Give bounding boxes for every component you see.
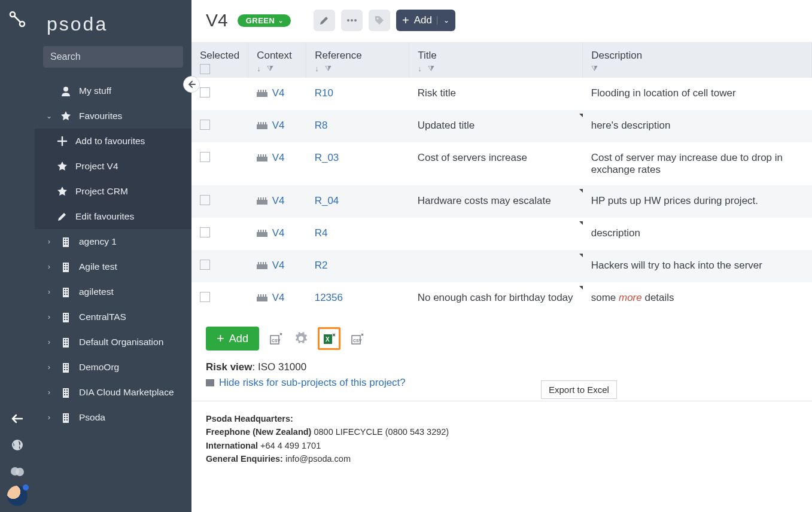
reference-link[interactable]: R_04 <box>315 195 339 206</box>
svg-point-1 <box>20 22 25 26</box>
settings-icon[interactable] <box>293 330 309 347</box>
row-checkbox[interactable] <box>200 87 210 97</box>
svg-rect-23 <box>66 289 68 290</box>
svg-rect-53 <box>66 392 68 393</box>
svg-rect-75 <box>263 122 264 124</box>
nav-org-item[interactable]: ›agiletest <box>35 279 191 304</box>
col-context[interactable]: Context ↓⧩ <box>248 42 306 78</box>
nav-add-favourite[interactable]: Add to favourites <box>35 129 191 154</box>
user-avatar[interactable] <box>7 486 28 506</box>
context-link[interactable]: V4 <box>272 292 285 304</box>
title-cell: Risk title <box>409 78 583 110</box>
nav-org-item[interactable]: ›DIA Cloud Marketplace <box>35 380 191 405</box>
svg-rect-33 <box>64 319 65 320</box>
nav-org-item[interactable]: ›DemoOrg <box>35 355 191 380</box>
title-cell: Cost of servers increase <box>409 142 583 185</box>
row-checkbox[interactable] <box>200 260 210 270</box>
context-link[interactable]: V4 <box>272 152 285 164</box>
import-csv-icon[interactable]: CSV <box>349 330 366 347</box>
nav-my-stuff[interactable]: My stuff <box>35 78 191 103</box>
col-title[interactable]: Title ↓⧩ <box>409 42 583 78</box>
row-checkbox[interactable] <box>200 292 210 302</box>
nav-org-item[interactable]: ›CentralTAS <box>35 304 191 330</box>
collapse-sidebar-button[interactable] <box>183 76 200 93</box>
nav-org-item[interactable]: ›Agile test <box>35 254 191 279</box>
export-excel-icon[interactable]: X <box>318 327 340 350</box>
export-csv-icon[interactable]: CSV <box>267 330 284 347</box>
nav-org-item[interactable]: ›Default Organisation <box>35 330 191 355</box>
svg-rect-78 <box>258 154 259 157</box>
svg-rect-45 <box>64 367 65 368</box>
context-link[interactable]: V4 <box>272 260 285 272</box>
nav-project-v4[interactable]: Project V4 <box>35 154 191 179</box>
filter-icon[interactable]: ⧩ <box>591 64 598 74</box>
row-checkbox[interactable] <box>200 227 210 237</box>
nav-org-item[interactable]: ›agency 1 <box>35 229 191 254</box>
chevron-down-icon: ⌄ <box>278 17 284 24</box>
building-icon <box>60 387 72 398</box>
context-link[interactable]: V4 <box>272 87 285 99</box>
svg-rect-84 <box>260 197 261 200</box>
svg-rect-16 <box>66 264 68 265</box>
add-button[interactable]: + Add ⌄ <box>396 10 455 31</box>
building-icon <box>60 337 72 348</box>
nav-label: Project V4 <box>75 161 118 172</box>
filter-icon[interactable]: ⧩ <box>428 64 434 74</box>
person-icon <box>60 86 72 96</box>
page-title: V4 <box>206 10 228 31</box>
table-row: V4R2Hackers will try to hack into the se… <box>191 250 812 282</box>
reference-link[interactable]: R8 <box>315 120 328 131</box>
globe-icon[interactable] <box>5 433 29 457</box>
project-icon <box>257 294 267 301</box>
svg-point-65 <box>354 19 357 22</box>
svg-point-64 <box>351 19 353 22</box>
reference-link[interactable]: R_03 <box>315 152 339 163</box>
nav-favourites[interactable]: ⌄ Favourites <box>35 103 191 129</box>
edit-button[interactable] <box>314 10 335 31</box>
nav-edit-favourites[interactable]: Edit favourites <box>35 204 191 229</box>
hide-sub-risks-link[interactable]: Hide risks for sub-projects of this proj… <box>206 377 798 389</box>
favourites-submenu: Add to favourites Project V4 Project CRM <box>35 129 191 229</box>
logo-icon[interactable] <box>5 7 29 31</box>
svg-rect-73 <box>258 122 259 124</box>
filter-icon[interactable]: ⧩ <box>267 64 273 74</box>
back-arrow-icon[interactable] <box>5 407 29 431</box>
reference-link[interactable]: 12356 <box>315 292 343 303</box>
building-icon <box>60 261 72 272</box>
search-input[interactable] <box>43 46 183 68</box>
row-checkbox[interactable] <box>200 120 210 130</box>
sort-icon[interactable]: ↓ <box>418 64 422 74</box>
tag-button[interactable] <box>369 10 390 31</box>
status-badge[interactable]: GREEN ⌄ <box>238 14 291 27</box>
add-row-button[interactable]: + Add <box>206 327 259 351</box>
svg-rect-81 <box>265 154 266 157</box>
nav-org-item[interactable]: ›Psoda <box>35 405 191 430</box>
svg-rect-68 <box>258 90 259 92</box>
chevron-right-icon: › <box>45 263 53 271</box>
col-description[interactable]: Description ⧩ <box>583 42 812 78</box>
description-cell: Hackers will try to hack into the server <box>583 250 812 282</box>
svg-rect-55 <box>66 394 68 395</box>
context-link[interactable]: V4 <box>272 227 285 239</box>
nav-project-crm[interactable]: Project CRM <box>35 179 191 204</box>
sort-icon[interactable]: ↓ <box>257 64 261 74</box>
context-link[interactable]: V4 <box>272 195 285 207</box>
svg-rect-94 <box>260 262 261 264</box>
context-link[interactable]: V4 <box>272 120 285 132</box>
reference-link[interactable]: R10 <box>315 87 333 99</box>
reference-link[interactable]: R2 <box>315 260 328 271</box>
more-button[interactable] <box>341 10 363 31</box>
reference-link[interactable]: R4 <box>315 227 328 239</box>
row-checkbox[interactable] <box>200 152 210 162</box>
sort-icon[interactable]: ↓ <box>315 64 319 74</box>
svg-rect-95 <box>263 262 264 264</box>
row-checkbox[interactable] <box>200 195 210 205</box>
bubbles-icon[interactable] <box>5 459 29 483</box>
filter-icon[interactable]: ⧩ <box>325 64 332 74</box>
svg-rect-26 <box>64 294 65 295</box>
svg-rect-38 <box>64 342 65 343</box>
col-reference[interactable]: Reference ↓⧩ <box>306 42 409 78</box>
select-all-checkbox[interactable] <box>200 64 210 74</box>
nav-label: Psoda <box>79 412 105 423</box>
col-selected[interactable]: Selected <box>191 42 248 78</box>
